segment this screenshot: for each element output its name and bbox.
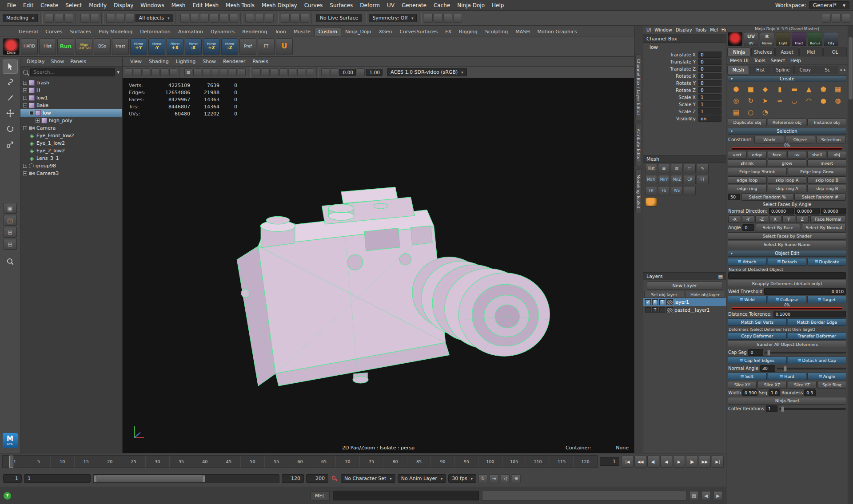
grow-shrink-button[interactable]: invert [807,159,846,167]
edge-loop-button[interactable]: Edge loop Shrink [728,168,787,175]
roundness-field[interactable]: 0.5 [804,389,816,396]
shelf-tab[interactable]: Muscle [290,28,314,36]
grow-shrink-button[interactable]: shrink [728,159,767,167]
attribute-name[interactable]: Scale Z [643,109,698,114]
resolution-gate-icon[interactable] [202,68,210,76]
create-primitive-icon[interactable]: ◔ [758,107,773,118]
snap-icon[interactable] [180,14,189,23]
freeze-tool-button[interactable]: WS [671,186,683,195]
outliner-item[interactable]: + Camera [20,124,122,132]
command-result-field[interactable] [482,491,686,500]
outliner-item[interactable]: Lens_3_1 [20,155,122,162]
axis-button[interactable]: -Y [742,215,755,223]
snap-icon[interactable] [200,14,209,23]
attribute-value-field[interactable]: 0 [698,87,721,93]
select-tool[interactable] [3,60,18,74]
layer-visibility-checkbox[interactable]: ✓ [645,299,651,305]
normal-soften-button[interactable]: Angle [807,373,846,380]
shelf-tab[interactable]: Animation [175,28,207,36]
attribute-value-field[interactable]: 0 [698,80,721,86]
mesh-tool-button[interactable]: ▦ [658,164,670,173]
attribute-name[interactable]: Rotate X [643,73,698,79]
lights-icon[interactable] [279,68,287,76]
shelf-tab[interactable]: Curves [42,28,66,36]
attribute-name[interactable]: Translate Y [643,59,698,64]
viewport-menu-item[interactable]: Renderer [220,58,248,65]
shelf-tab[interactable]: XGen [375,28,396,36]
outliner-item[interactable]: - low [20,109,122,117]
menu-item[interactable]: Cache [430,1,454,9]
2d-pan-zoom-icon[interactable] [160,68,168,76]
status-icon[interactable] [64,14,73,23]
viewport-canvas[interactable]: Verts: 4225109 7639 0 Edges: 12654886 [123,78,634,453]
render-icon[interactable] [300,14,309,23]
shelf-button[interactable]: Align Last Sel [76,38,92,55]
ninja-shelf-tile[interactable] [728,32,742,46]
mirror-tool-button[interactable]: MirX [645,175,657,184]
shelf-tab[interactable]: Deformation [136,28,174,36]
anim-layer-dropdown[interactable]: No Anim Layer ▾ [398,474,446,483]
select-by-normal-button[interactable]: Select By Normal [802,224,846,231]
selection-mask-dropdown[interactable]: All objects ▾ [136,14,173,22]
reapply-deformers-button[interactable]: Reapply Deformers (detach only) [728,280,846,287]
mirror-tool-button[interactable]: MirY [658,175,670,184]
snap-icon[interactable] [190,14,199,23]
mirror-tool-button[interactable]: CP [684,175,696,184]
ninja-tab[interactable]: Shelves [751,48,775,56]
snap-icon[interactable] [229,14,238,23]
field-chart-icon[interactable] [220,68,228,76]
sidebar-vertical-tab[interactable]: Attribute Editor [635,124,642,166]
create-primitive-icon[interactable]: ▦ [831,83,845,95]
camera-lock-icon[interactable] [125,68,133,76]
viewport-menu-item[interactable]: View [127,58,145,65]
status-icon[interactable] [255,14,264,23]
slice-button[interactable]: Slice XZ [757,381,786,389]
viewport-menu-item[interactable]: Panels [249,58,271,65]
outliner-menu-item[interactable]: Show [48,58,67,65]
constraint-option-button[interactable]: Object [785,136,815,143]
ninja-shelf-tile[interactable]: R Name [760,32,774,46]
edge-ring-skip-button[interactable]: edge ring [728,185,767,192]
menu-item[interactable]: Mesh Display [258,1,301,9]
weld-button[interactable]: Collapse [768,296,807,303]
timeline-ruler[interactable]: 1510152025303540455055606570758085909510… [2,455,598,468]
shelf-button[interactable]: U [276,38,293,55]
menu-item[interactable]: Edit Mesh [189,1,222,9]
deformer-button[interactable]: Copy Deformer [728,332,787,340]
attribute-name[interactable]: Visibility [643,116,698,121]
workspace-dropdown[interactable]: General* ▾ [809,1,849,9]
mesh-panel-header[interactable]: Mesh [643,155,726,163]
shelf-button[interactable]: Hist [39,38,56,55]
select-by-same-name-button[interactable]: Select By Same Name [728,241,846,248]
viewport-menu-item[interactable]: Lighting [173,58,199,65]
editor-icon[interactable] [443,14,452,23]
outliner-item[interactable]: Eye_Front_low2 [20,132,122,139]
deformer-button[interactable]: Transfer Deformer [788,332,847,340]
menu-item[interactable]: Edit [20,1,37,9]
cap-seg-field[interactable]: 0 [748,349,763,356]
expand-toggle-icon[interactable]: - [29,111,33,115]
status-icon[interactable] [245,14,254,23]
status-icon[interactable] [126,14,135,23]
tab-scroll-right-icon[interactable]: ▸ [843,67,847,72]
status-icon[interactable] [90,14,99,23]
grow-shrink-button[interactable]: grow [768,159,807,167]
playback-button[interactable]: ▶ [673,456,685,468]
move-tool[interactable] [3,106,18,120]
shelf-tab[interactable]: Toon [271,28,289,36]
layers-menu-icon[interactable]: ▤ [718,274,723,279]
create-mode-button[interactable]: Instance obj [807,119,846,126]
weld-button[interactable]: Target [807,296,846,303]
mirror-tool-button[interactable]: FT [697,175,709,184]
cap-button[interactable]: Cap Sel Edges [728,357,787,364]
editor-icon[interactable] [453,14,462,23]
live-surface-field[interactable]: No Live Surface [316,14,362,22]
safe-title-icon[interactable] [238,68,246,76]
freeze-tool-button[interactable]: FS [658,186,670,195]
normal-angle-slider[interactable] [777,368,846,369]
channel-box-header[interactable]: Channel Box [643,35,726,43]
playback-button[interactable]: ◀| [647,456,659,468]
menu-item[interactable]: Create [37,1,62,9]
shelf-tab[interactable]: General [15,28,41,36]
constraint-option-button[interactable]: Selection [816,136,846,143]
